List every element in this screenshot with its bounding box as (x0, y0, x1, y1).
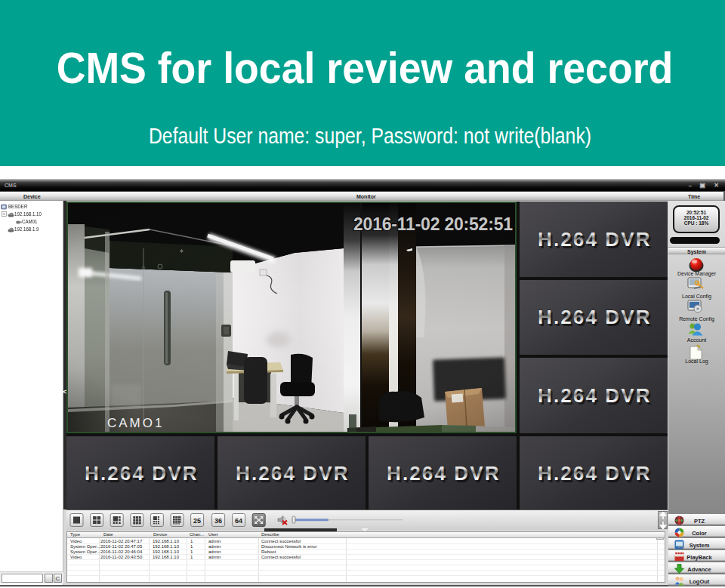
svg-text:H.264 DVR: H.264 DVR (387, 462, 500, 485)
svg-text:H.264 DVR: H.264 DVR (236, 462, 349, 485)
svg-text:H.264 DVR: H.264 DVR (538, 228, 651, 251)
svg-text:H.264 DVR: H.264 DVR (85, 462, 198, 485)
svg-text:25: 25 (193, 517, 201, 525)
svg-text:2016-11-02 20:52:51: 2016-11-02 20:52:51 (353, 214, 514, 234)
svg-text:H.264 DVR: H.264 DVR (538, 384, 651, 407)
svg-text:H.264 DVR: H.264 DVR (538, 462, 651, 485)
svg-text:CAMO1: CAMO1 (107, 416, 164, 430)
svg-text:36: 36 (214, 517, 222, 525)
svg-text:H.264 DVR: H.264 DVR (538, 306, 651, 328)
svg-text:64: 64 (235, 517, 242, 525)
